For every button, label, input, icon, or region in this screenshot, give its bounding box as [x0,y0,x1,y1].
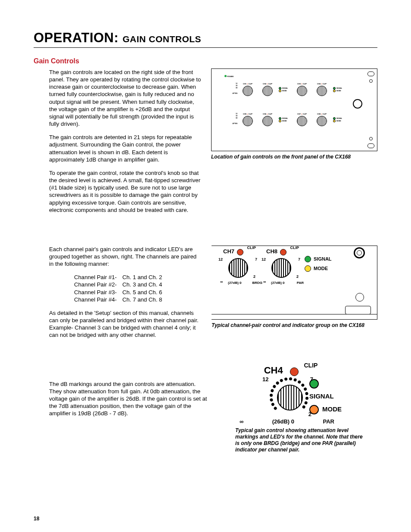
gain-knob-icon [228,258,248,278]
mini-channel: CH6 ● CLIP [259,113,276,127]
mini-channel: CH7 ● CLIP [293,113,311,127]
indicator-leds: SIGNAL MODE [305,254,332,273]
figure-caption: Typical channel-pair control and indicat… [212,322,377,329]
mini-channel: CH8 ● CLIP [313,113,330,127]
figure-single-channel: CH4 CLIP 12 7 [235,365,343,425]
gain-control: CH7 CLIP 12 7 2 ∞ (27dB) 0 BRDG [220,248,256,279]
channel-pair-table: Channel Pair #1-Ch. 1 and Ch. 2 Channel … [74,274,202,303]
page-number: 18 [34,516,39,522]
atten-scale: 12 18 34 ATTEN [227,113,237,125]
indicator-leds: SIGNAL MODE [309,377,343,416]
paragraph: Each channel pair's gain controls and in… [49,246,202,268]
mini-channel: CH4 ● CLIP [313,83,330,96]
mini-channel: CH1 ● CLIP [239,83,256,96]
figure-caption: Typical gain control showing attenuation… [235,427,364,453]
atten-scale: 12 18 34 ATTEN [227,83,237,95]
mini-side-leds: SIGNAL MODE [333,83,345,96]
title-rule [34,47,377,48]
figure-channel-pair: CH7 CLIP 12 7 2 ∞ (27dB) 0 BRDG [212,246,377,320]
page-title: OPERATION: GAIN CONTROLS [34,30,377,46]
paragraph: The gain controls are detented in 21 ste… [49,134,202,163]
paragraph: As detailed in the 'Setup' section of th… [49,309,202,339]
mini-side-leds: SIGNAL MODE [279,113,291,127]
mini-channel: CH3 ● CLIP [293,83,311,96]
mini-side-leds: SIGNAL MODE [279,83,291,96]
paragraph: To operate the gain control, rotate the … [49,169,202,214]
table-row: Channel Pair #4-Ch. 7 and Ch. 8 [74,296,202,303]
section-heading: Gain Controls [34,57,377,65]
table-row: Channel Pair #3-Ch. 5 and Ch. 6 [74,289,202,296]
mini-side-leds: SIGNAL MODE [333,113,345,127]
paragraph: The gain controls are located on the rig… [49,68,202,128]
table-row: Channel Pair #2-Ch. 3 and Ch. 4 [74,281,202,288]
mini-channel: CH5 ● CLIP [239,113,256,127]
gain-knob-icon [277,385,303,411]
figure-caption: Location of gain controls on the front p… [211,154,377,160]
figure-front-panel: 12 18 34 ATTEN POWER CH1 ● CLIP CH2 [211,68,377,151]
gain-knob-icon [271,258,291,278]
gain-control: CH8 CLIP 12 7 2 ∞ (27dB) 0 PAR [263,248,299,279]
paragraph: The dB markings around the gain controls… [49,380,209,417]
table-row: Channel Pair #1-Ch. 1 and Ch. 2 [74,274,202,281]
title-sub: GAIN CONTROLS [122,34,201,44]
power-label: POWER [224,75,234,78]
title-main: OPERATION: [34,30,118,45]
mini-channel: CH2 ● CLIP [259,83,276,96]
